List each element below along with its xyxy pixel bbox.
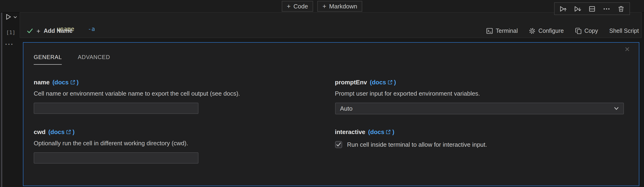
- tab-general[interactable]: GENERAL: [34, 54, 62, 65]
- docs-link-text: (docs: [370, 79, 386, 86]
- field-promptenv-docs-link[interactable]: (docs ): [370, 79, 396, 86]
- configure-label: Configure: [538, 28, 564, 34]
- cell-toolbar: [554, 2, 630, 15]
- terminal-label: Terminal: [496, 28, 518, 34]
- promptenv-selected-value: Auto: [340, 105, 353, 112]
- field-interactive-label: interactive: [335, 128, 365, 135]
- field-interactive: interactive (docs ) Run cell inside term…: [335, 128, 624, 163]
- external-link-icon: [388, 80, 393, 85]
- close-icon[interactable]: ✕: [624, 46, 630, 53]
- code-cell[interactable]: uname-a + Add Name Terminal: [20, 12, 642, 38]
- copy-action[interactable]: Copy: [575, 28, 598, 34]
- play-icon: [5, 14, 12, 20]
- field-promptenv-description: Prompt user input for exported environme…: [335, 90, 624, 97]
- delete-icon[interactable]: [617, 5, 625, 13]
- field-promptenv-label: promptEnv: [335, 79, 367, 86]
- docs-link-close: ): [394, 79, 396, 86]
- name-input[interactable]: [34, 103, 198, 114]
- field-cwd-label: cwd: [34, 128, 46, 135]
- add-markdown-button[interactable]: + Markdown: [317, 1, 362, 12]
- split-cell-icon[interactable]: [588, 5, 596, 13]
- notebook-app: + Code + Markdown [1: [0, 0, 644, 187]
- execution-count: [1]: [6, 30, 16, 36]
- cell-focus-indicator: [1, 13, 2, 187]
- plus-icon: +: [36, 27, 40, 35]
- add-name-button[interactable]: Add Name: [44, 28, 72, 34]
- field-promptenv: promptEnv (docs ) Prompt user input for …: [335, 79, 624, 114]
- output-more-actions-icon[interactable]: ···: [5, 40, 14, 48]
- docs-link-text: (docs: [52, 79, 68, 86]
- status-right: Terminal Configure Copy Shell Script: [486, 28, 639, 34]
- chevron-down-icon[interactable]: [13, 15, 17, 19]
- field-cwd-docs-link[interactable]: (docs ): [48, 128, 75, 135]
- cwd-input[interactable]: [34, 152, 198, 163]
- run-above-icon[interactable]: [559, 5, 567, 13]
- language-picker[interactable]: Shell Script: [609, 28, 639, 34]
- tab-advanced[interactable]: ADVANCED: [78, 54, 110, 65]
- docs-link-close: ): [76, 79, 79, 86]
- run-cell-button[interactable]: [5, 14, 17, 20]
- field-interactive-docs-link[interactable]: (docs ): [368, 128, 394, 135]
- field-cwd: cwd (docs ) Optionally run the cell in d…: [34, 128, 323, 163]
- external-link-icon: [70, 80, 75, 85]
- field-cwd-description: Optionally run the cell in different wor…: [34, 140, 323, 147]
- field-name: name (docs ) Cell name or environment va…: [34, 79, 323, 114]
- chevron-down-icon: [614, 107, 619, 110]
- copy-icon: [575, 28, 582, 34]
- external-link-icon: [66, 129, 71, 134]
- field-name-label: name: [34, 79, 50, 86]
- external-link-icon: [386, 129, 391, 134]
- terminal-action[interactable]: Terminal: [486, 28, 518, 34]
- field-name-docs-link[interactable]: (docs ): [52, 79, 79, 86]
- field-name-description: Cell name or environment variable name t…: [34, 90, 323, 97]
- run-below-icon[interactable]: [574, 5, 581, 13]
- add-markdown-label: Markdown: [329, 3, 357, 10]
- config-form: name (docs ) Cell name or environment va…: [34, 79, 624, 163]
- cell-status-bar: + Add Name Terminal Configure: [20, 25, 641, 38]
- add-code-button[interactable]: + Code: [282, 1, 313, 12]
- docs-link-text: (docs: [368, 128, 384, 135]
- status-left: + Add Name: [27, 27, 72, 35]
- configure-action[interactable]: Configure: [529, 28, 564, 34]
- plus-icon: +: [322, 3, 326, 9]
- docs-link-text: (docs: [48, 128, 64, 135]
- docs-link-close: ): [72, 128, 75, 135]
- cell-config-panel: ✕ GENERAL ADVANCED name (docs ) C: [23, 42, 639, 186]
- config-tabs: GENERAL ADVANCED: [34, 54, 624, 65]
- interactive-checkbox-label: Run cell inside terminal to allow for in…: [347, 141, 487, 148]
- interactive-checkbox[interactable]: [335, 141, 342, 148]
- add-code-label: Code: [294, 3, 308, 10]
- notebook-toolbar: + Code + Markdown: [0, 0, 644, 13]
- gear-icon: [529, 28, 536, 34]
- more-actions-icon[interactable]: [603, 5, 610, 13]
- plus-icon: +: [287, 3, 291, 9]
- copy-label: Copy: [584, 28, 598, 34]
- check-icon: [27, 28, 33, 34]
- promptenv-select[interactable]: Auto: [335, 103, 624, 114]
- terminal-icon: [486, 28, 493, 34]
- docs-link-close: ): [392, 128, 394, 135]
